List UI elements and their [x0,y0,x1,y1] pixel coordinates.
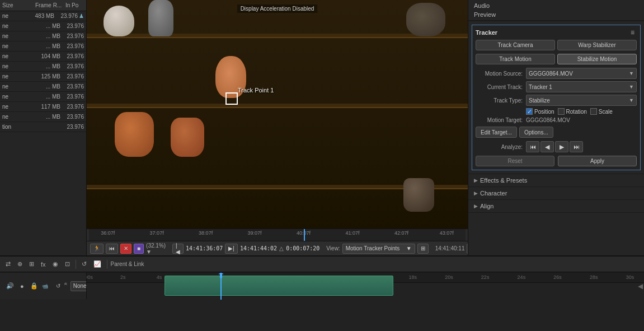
tracker-header: Tracker ≡ [476,29,637,36]
time-in-icon[interactable]: |◀ [172,244,184,254]
analyze-label: Analyze: [476,144,526,150]
file-size: 104 MB [32,53,60,59]
file-frame: 23.976 [60,43,84,49]
position-label: Position [534,109,554,115]
track-motion-button[interactable]: Track Motion [476,54,555,64]
analyze-forward-forward[interactable]: ⏭ [570,141,583,152]
add-layer-btn[interactable]: ⊕ [15,259,25,269]
apply-button[interactable]: Apply [558,156,637,166]
warp-stabilizer-button[interactable]: Warp Stabilizer [557,40,637,50]
pot1 [115,112,154,157]
parent-link-dropdown[interactable]: None [70,281,87,291]
time-out: 14:41:44:02 [240,245,277,251]
audio-section: Audio Preview [468,0,644,21]
video-area: Track Point 1 Display Acceleration Disab… [87,0,468,255]
list-item[interactable]: ne ... MB 23.976 [0,41,86,52]
layer-audio-btn[interactable]: 🔊 [4,281,16,291]
view-arrow: ▼ [406,245,412,251]
track-type-value: Stabilize [529,97,550,104]
list-item[interactable]: ne ... MB 23.976 [0,62,86,72]
scale-label: Scale [599,109,613,115]
scroll-right-btn[interactable]: ◀ [638,282,643,290]
file-name: ne [2,33,32,39]
track-type-dropdown[interactable]: Stabilize ▼ [526,95,637,106]
color-btn[interactable]: ■ [134,244,144,254]
file-size: ... MB [32,43,60,49]
parent-link-icon-right[interactable]: ꩰ [63,283,68,289]
shapes-btn[interactable]: ⊡ [63,259,72,269]
parent-link-icon-left[interactable]: ↺ [56,283,60,289]
list-item[interactable]: ne ... MB 23.976 [0,82,86,92]
analyze-back-back[interactable]: ⏮ [526,141,539,152]
list-item[interactable]: ne 117 MB 23.976 [0,102,86,112]
list-item[interactable]: ne ... MB 23.976 [0,31,86,41]
audio-label: Audio [468,0,644,10]
motion-source-label: Motion Source: [476,71,526,77]
options-button[interactable]: Options... [519,127,553,138]
list-item[interactable]: ne ... MB 23.976 [0,92,86,102]
motion-target-row: Motion Target: GGGG0864.MOV [476,117,637,123]
list-item[interactable]: ne ... MB 23.976 [0,21,86,31]
file-list[interactable]: ne 483 MB 23.976 ♟ ne ... MB 23.976 ne .… [0,11,86,255]
position-checkbox[interactable]: ✓ Position [526,108,554,115]
character-section[interactable]: ▶ Character [468,187,644,200]
effects-btn[interactable]: fx [39,260,48,269]
list-item[interactable]: tion 23.976 [0,122,86,132]
scale-checkbox[interactable]: Scale [590,108,613,115]
motion-icon[interactable]: 🏃 [90,244,104,254]
timeline-playhead[interactable] [304,229,305,241]
list-item[interactable]: ne 483 MB 23.976 ♟ [0,11,86,21]
file-frame: 23.976 [54,13,78,19]
prev-frame-btn[interactable]: ⏮ [106,244,118,254]
effects-presets-section[interactable]: ▶ Effects & Presets [468,174,644,187]
layer-track[interactable]: 0:00s 2s 4s 6s 8s 10s 12s 14s 16s 18s 20… [87,273,644,300]
list-item[interactable]: ne 104 MB 23.976 [0,52,86,62]
solo-btn[interactable]: ⊞ [27,259,36,269]
video-canvas: Track Point 1 Display Acceleration Disab… [87,0,468,229]
file-size: 125 MB [32,73,60,80]
rotation-checkbox[interactable]: Rotation [558,108,587,115]
video-clip[interactable] [164,276,393,296]
control-bar: 🏃 ⏮ ✕ ■ (32.1%) ▼ |◀ 14:41:36:07 ▶| 14:4… [87,241,468,255]
view-dropdown[interactable]: Motion Tracker Points ▼ [342,244,415,254]
align-label: Align [480,203,493,209]
duration: 0:00:07:20 [286,245,319,251]
timeline-ruler[interactable]: 36:07f 37:07f 38:07f 39:07f 40:07f 41:07… [89,229,466,241]
motion-source-dropdown[interactable]: GGGG0864.MOV ▼ [526,68,637,79]
stabilize-motion-button[interactable]: Stabilize Motion [557,54,637,64]
rotation-check-box[interactable] [558,108,565,115]
layer-solo-btn[interactable]: ● [18,282,26,291]
list-item[interactable]: ne 125 MB 23.976 [0,72,86,82]
file-name: ne [2,43,32,49]
motion-blur-btn[interactable]: ↺ [79,259,89,269]
next-frame-btn[interactable]: ✕ [120,244,131,254]
view-extra[interactable]: ⊞ [417,244,429,254]
file-name: ne [2,104,32,110]
snapshot-btn[interactable]: 📷 [467,244,468,254]
align-section[interactable]: ▶ Align [468,200,644,213]
display-info: Display Acceleration Disabled [237,4,318,13]
timeline-playhead[interactable] [220,273,222,300]
toggle-expand-btn[interactable]: ⇄ [3,259,13,269]
time-out-icon[interactable]: ▶| [225,244,238,254]
graph-editor-btn[interactable]: 📈 [91,259,104,269]
file-size: 483 MB [26,13,54,19]
edit-target-button[interactable]: Edit Target... [476,127,517,138]
adjust-btn[interactable]: ◉ [50,259,60,269]
current-track-dropdown[interactable]: Tracker 1 ▼ [526,81,637,92]
layer-lock-btn[interactable]: 🔒 [28,281,40,291]
video-timeline-bar[interactable]: 36:07f 37:07f 38:07f 39:07f 40:07f 41:07… [87,229,468,241]
reset-button[interactable]: Reset [476,156,554,166]
separator [76,260,76,269]
track-camera-button[interactable]: Track Camera [476,40,555,50]
dropdown-arrow: ▼ [629,97,634,103]
position-check-box[interactable]: ✓ [526,108,533,115]
scale-check-box[interactable] [590,108,597,115]
analyze-back[interactable]: ◀ [540,141,554,152]
analyze-forward[interactable]: ▶ [555,141,568,152]
expand-arrow: ▶ [474,203,478,209]
reset-apply-row: Reset Apply [476,156,637,166]
list-item[interactable]: ne ... MB 23.976 [0,112,86,122]
file-frame: 23.976 [60,83,84,90]
tracker-menu-button[interactable]: ≡ [628,29,637,36]
